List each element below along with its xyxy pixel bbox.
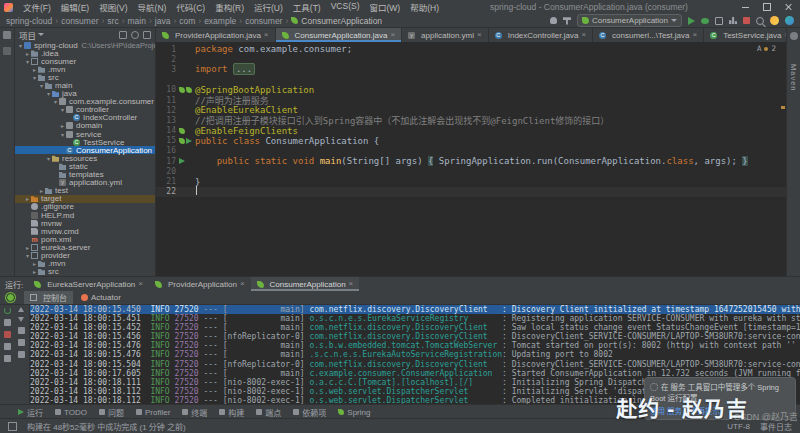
- down-icon[interactable]: [18, 317, 24, 322]
- menu-item[interactable]: 导航(N): [133, 1, 172, 13]
- menu-item[interactable]: 帮助(H): [405, 1, 444, 13]
- editor-tab[interactable]: TestService.java: [704, 28, 786, 42]
- project-header-label[interactable]: 项目: [19, 29, 36, 41]
- search-icon[interactable]: [756, 17, 764, 25]
- tool-window-button-play[interactable]: 运行: [18, 407, 43, 418]
- breadcrumb-item[interactable]: spring-cloud: [6, 16, 52, 26]
- code-line[interactable]: 20: [156, 166, 786, 176]
- tree-chevron-icon[interactable]: ▾: [24, 58, 31, 65]
- avatar[interactable]: [770, 16, 779, 25]
- code-line[interactable]: 22: [156, 187, 786, 197]
- menu-item[interactable]: 工具(T): [288, 1, 326, 13]
- editor-tab[interactable]: ConsumerApplication.java: [276, 28, 403, 42]
- tree-chevron-icon[interactable]: ▾: [45, 155, 52, 162]
- tree-row[interactable]: ▸target: [15, 195, 155, 203]
- code-line[interactable]: 15public class ConsumerApplication {: [156, 136, 786, 146]
- menu-item[interactable]: 窗口(W): [364, 1, 405, 13]
- editor-tab[interactable]: IndexController.java: [489, 28, 593, 42]
- tree-row[interactable]: mvnw.cmd: [15, 227, 155, 235]
- tree-row[interactable]: ▸src: [15, 268, 155, 276]
- editor-tab[interactable]: consumerl...\Test.java: [593, 28, 704, 42]
- console-line[interactable]: 2022-03-14 18:00:15.504 INFO 27520 --- […: [30, 360, 800, 369]
- menu-item[interactable]: 编辑(E): [56, 1, 94, 13]
- tool-window-button-todo[interactable]: TODO: [55, 408, 87, 417]
- code-line[interactable]: [156, 75, 786, 85]
- tab-actuator[interactable]: Actuator: [75, 291, 127, 304]
- maximize-button[interactable]: [756, 1, 778, 14]
- tree-row[interactable]: .gitignore: [15, 203, 155, 211]
- close-icon[interactable]: [477, 31, 482, 39]
- gear-icon[interactable]: [131, 31, 139, 39]
- console-line[interactable]: 2022-03-14 18:00:15.452 INFO 27520 --- […: [30, 323, 800, 332]
- tree-row[interactable]: ▾consumer: [15, 57, 155, 65]
- tool-window-toggle-icon[interactable]: [8, 422, 17, 431]
- console-line[interactable]: 2022-03-14 18:00:15.451 INFO 27520 --- […: [30, 314, 800, 323]
- console-line[interactable]: 2022-03-14 18:00:15.476 INFO 27520 --- […: [30, 350, 800, 359]
- tree-chevron-icon[interactable]: ▸: [31, 260, 38, 267]
- build-status-text[interactable]: 构建在 48秒52毫秒 中成功完成 (1 分钟 之前): [27, 421, 186, 432]
- error-stripe-mark[interactable]: [781, 106, 785, 109]
- console-line[interactable]: 2022-03-14 18:00:15.456 INFO 27520 --- […: [30, 332, 800, 341]
- breadcrumb-item[interactable]: src: [107, 16, 118, 26]
- list-icon[interactable]: [18, 339, 25, 346]
- maven-tool-button[interactable]: Maven: [789, 64, 798, 92]
- close-icon[interactable]: [581, 31, 586, 39]
- hide-panel-icon[interactable]: [143, 31, 151, 39]
- build-hammer-icon[interactable]: [563, 17, 571, 25]
- tree-chevron-icon[interactable]: ▾: [59, 131, 66, 138]
- menu-item[interactable]: 代码(C): [171, 1, 210, 13]
- breadcrumb-item[interactable]: ConsumerApplication: [301, 16, 382, 26]
- spring-bean-gutter-icon[interactable]: [179, 87, 185, 93]
- tree-chevron-icon[interactable]: ▾: [59, 106, 66, 113]
- tool-window-button-endpoints[interactable]: 端点: [256, 407, 281, 418]
- notifications-bell-icon[interactable]: [790, 32, 798, 40]
- code-line[interactable]: 3import ...: [156, 64, 786, 74]
- tree-row[interactable]: ▸.mvn: [15, 65, 155, 73]
- tab-console[interactable]: 控制台: [24, 291, 73, 304]
- spring-bean-gutter-icon[interactable]: [186, 87, 192, 93]
- breadcrumb-item[interactable]: example: [204, 16, 236, 26]
- tree-row[interactable]: ▸eureka-server: [15, 243, 155, 251]
- code-line[interactable]: 17 public static void main(String[] args…: [156, 156, 786, 166]
- tool-window-button-build[interactable]: 构建: [219, 407, 244, 418]
- code-line[interactable]: 13//把调用注册子模块接口引入到Spring容器中（不加此注解会出现找不到@F…: [156, 115, 786, 125]
- breadcrumb-item[interactable]: consumer: [61, 16, 98, 26]
- breadcrumb-item[interactable]: com: [179, 16, 195, 26]
- run-tab[interactable]: ProviderApplication: [149, 277, 251, 291]
- tree-chevron-icon[interactable]: ▾: [24, 252, 31, 259]
- close-button[interactable]: [778, 1, 800, 14]
- breadcrumb-item[interactable]: main: [128, 16, 146, 26]
- chevron-down-icon[interactable]: [38, 33, 44, 36]
- tree-row[interactable]: ▸.idea: [15, 49, 155, 57]
- tree-row[interactable]: ▾main: [15, 81, 155, 89]
- console-line[interactable]: 2022-03-14 18:00:15.450 INFO 27520 --- […: [30, 305, 800, 314]
- tree-chevron-icon[interactable]: ▸: [31, 66, 38, 73]
- menu-item[interactable]: 文件(F): [18, 1, 56, 13]
- menu-item[interactable]: 视图(V): [94, 1, 132, 13]
- menu-item[interactable]: 重构(R): [210, 1, 249, 13]
- coverage-button[interactable]: [715, 17, 723, 25]
- camera-icon[interactable]: [4, 343, 11, 350]
- hammer-icon[interactable]: [4, 319, 11, 326]
- close-icon[interactable]: [784, 31, 786, 39]
- tree-chevron-icon[interactable]: ▾: [38, 82, 45, 89]
- run-tab[interactable]: EurekaServerApplication: [28, 277, 149, 291]
- close-icon[interactable]: [138, 280, 143, 288]
- stop-button[interactable]: [743, 17, 750, 24]
- code-line[interactable]: 1package com.example.consumer;: [156, 44, 786, 54]
- breadcrumb-item[interactable]: java: [155, 16, 171, 26]
- user-icon[interactable]: [550, 17, 557, 24]
- close-icon[interactable]: [264, 31, 269, 39]
- tree-chevron-icon[interactable]: ▾: [31, 74, 38, 81]
- run-button[interactable]: [688, 17, 695, 25]
- tree-chevron-icon[interactable]: ▸: [59, 122, 66, 129]
- stop-icon[interactable]: [4, 331, 11, 338]
- profiler-button[interactable]: [729, 17, 737, 24]
- tree-row[interactable]: ▾src: [15, 73, 155, 81]
- tree-chevron-icon[interactable]: ▸: [31, 268, 38, 275]
- project-stripe-icon[interactable]: [3, 31, 11, 39]
- softwrap-icon[interactable]: [18, 327, 25, 334]
- tree-chevron-icon[interactable]: ▸: [24, 50, 31, 57]
- dots-icon[interactable]: [18, 351, 25, 358]
- close-icon[interactable]: [240, 280, 245, 288]
